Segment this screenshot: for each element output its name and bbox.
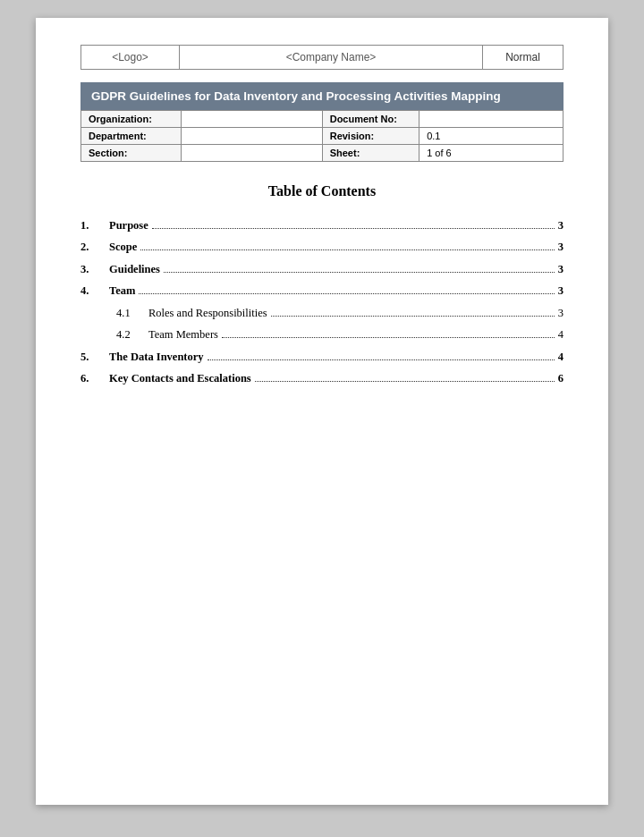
toc-num-4: 4.	[80, 284, 109, 298]
toc-page-4-1: 3	[558, 307, 564, 320]
toc-label-4-2: Team Members	[148, 328, 218, 342]
meta-value-sheet: 1 of 6	[419, 145, 564, 162]
header-table: <Logo> <Company Name> Normal	[80, 45, 564, 70]
toc-label-4-1: Roles and Responsibilities	[148, 307, 267, 320]
logo-text: <Logo>	[112, 51, 148, 63]
toc-item-4-2: 4.2 Team Members 4	[116, 327, 564, 342]
toc-dots-4-2	[222, 327, 555, 339]
toc-item-4-1: 4.1 Roles and Responsibilities 3	[116, 305, 564, 320]
toc-dots-4-1	[271, 305, 555, 317]
meta-label-section: Section:	[81, 145, 182, 162]
meta-label-revision: Revision:	[322, 128, 419, 145]
toc-title: Table of Contents	[80, 183, 564, 199]
toc-page-1: 3	[558, 219, 564, 232]
meta-value-org	[182, 111, 322, 128]
toc-page-6: 6	[558, 372, 564, 385]
meta-row-2: Department: Revision: 0.1	[81, 128, 564, 145]
toc-label-1: Purpose	[109, 219, 148, 232]
document-page: <Logo> <Company Name> Normal GDPR Guidel…	[36, 18, 608, 805]
toc-item-6: 6. Key Contacts and Escalations 6	[80, 371, 564, 386]
toc-item-1: 1. Purpose 3	[80, 217, 564, 232]
meta-label-org: Organization:	[81, 111, 182, 128]
toc-label-4: Team	[109, 284, 135, 298]
toc-dots-6	[255, 371, 555, 383]
toc-page-4: 3	[558, 284, 564, 298]
company-text: <Company Name>	[286, 51, 377, 63]
toc-page-4-2: 4	[558, 328, 564, 342]
toc-num-4-2: 4.2	[116, 328, 148, 342]
toc-item-2: 2. Scope 3	[80, 240, 564, 255]
toc-num-3: 3.	[80, 263, 109, 276]
toc-label-2: Scope	[109, 241, 137, 254]
meta-table: Organization: Document No: Department: R…	[80, 110, 564, 162]
toc-item-5: 5. The Data Inventory 4	[80, 349, 564, 364]
meta-label-docno: Document No:	[322, 111, 419, 128]
meta-row-1: Organization: Document No:	[81, 111, 564, 128]
toc-label-5: The Data Inventory	[109, 351, 204, 364]
company-cell: <Company Name>	[180, 46, 483, 70]
toc-dots-5	[208, 349, 555, 360]
status-text: Normal	[505, 51, 540, 63]
toc-num-4-1: 4.1	[116, 307, 148, 320]
meta-value-section	[182, 145, 322, 162]
toc-page-5: 4	[558, 351, 564, 364]
toc-page-3: 3	[558, 263, 564, 276]
status-cell: Normal	[483, 46, 564, 70]
meta-label-dept: Department:	[81, 128, 182, 145]
toc-dots-2	[140, 240, 555, 251]
toc-label-6: Key Contacts and Escalations	[109, 372, 251, 385]
logo-cell: <Logo>	[81, 46, 180, 70]
toc-num-5: 5.	[80, 351, 109, 364]
toc-label-3: Guidelines	[109, 263, 160, 276]
toc-dots-3	[164, 261, 555, 273]
toc-num-6: 6.	[80, 372, 109, 385]
toc-item-3: 3. Guidelines 3	[80, 261, 564, 276]
toc-dots-1	[152, 217, 555, 229]
meta-value-dept	[182, 128, 322, 145]
meta-value-revision: 0.1	[419, 128, 564, 145]
toc-num-1: 1.	[80, 219, 109, 232]
toc-section: Table of Contents 1. Purpose 3 2. Scope …	[80, 183, 564, 385]
toc-num-2: 2.	[80, 241, 109, 254]
toc-dots-4	[139, 283, 554, 295]
meta-value-docno	[419, 111, 564, 128]
title-text: GDPR Guidelines for Data Inventory and P…	[91, 89, 501, 103]
meta-label-sheet: Sheet:	[322, 145, 419, 162]
document-title: GDPR Guidelines for Data Inventory and P…	[80, 82, 564, 110]
toc-page-2: 3	[558, 241, 564, 254]
meta-row-3: Section: Sheet: 1 of 6	[81, 145, 564, 162]
toc-item-4: 4. Team 3	[80, 283, 564, 299]
